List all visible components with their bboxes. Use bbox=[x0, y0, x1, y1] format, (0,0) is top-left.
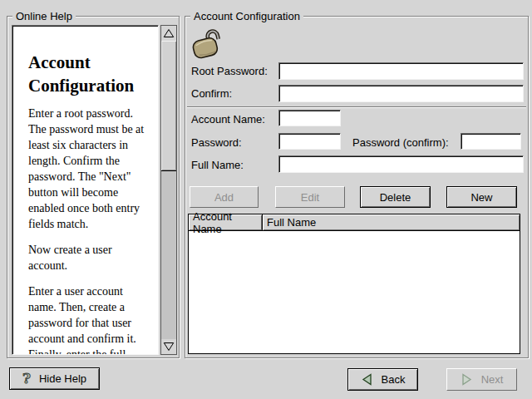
question-mark-icon: ? bbox=[22, 372, 31, 386]
back-label: Back bbox=[382, 373, 406, 386]
root-password-input[interactable] bbox=[278, 62, 524, 80]
separator bbox=[187, 106, 526, 108]
accounts-table-header: Account Name Full Name bbox=[189, 214, 520, 231]
column-header-full-name[interactable]: Full Name bbox=[263, 214, 520, 231]
account-configuration-frame-label: Account Configuration bbox=[190, 10, 303, 22]
delete-button[interactable]: Delete bbox=[360, 186, 431, 208]
password-confirm-label: Password (confirm): bbox=[352, 136, 449, 149]
account-name-input[interactable] bbox=[278, 110, 341, 126]
root-confirm-label: Confirm: bbox=[191, 87, 232, 100]
online-help-frame-label: Online Help bbox=[12, 10, 76, 22]
back-arrow-icon bbox=[361, 373, 373, 386]
hide-help-button[interactable]: ? Hide Help bbox=[9, 367, 100, 390]
new-button[interactable]: New bbox=[446, 186, 517, 208]
next-label: Next bbox=[481, 373, 504, 386]
root-confirm-input[interactable] bbox=[278, 85, 524, 102]
next-button[interactable]: Next bbox=[446, 368, 517, 391]
help-scrollbar[interactable] bbox=[160, 25, 177, 355]
account-name-label: Account Name: bbox=[191, 113, 265, 126]
add-button[interactable]: Add bbox=[190, 186, 259, 208]
accounts-table: Account Name Full Name bbox=[188, 214, 520, 354]
back-button[interactable]: Back bbox=[347, 368, 418, 391]
password-confirm-input[interactable] bbox=[461, 133, 521, 150]
hide-help-label: Hide Help bbox=[39, 372, 86, 385]
scrollbar-up-button[interactable] bbox=[161, 26, 176, 41]
next-arrow-icon bbox=[461, 373, 473, 386]
help-paragraph: Enter a user account name. Then, create … bbox=[28, 283, 152, 355]
padlock-icon bbox=[189, 27, 224, 60]
password-label: Password: bbox=[191, 136, 242, 149]
scroll-down-arrow-icon bbox=[163, 342, 175, 352]
root-password-label: Root Password: bbox=[191, 65, 268, 77]
scrollbar-thumb[interactable] bbox=[161, 41, 176, 171]
scroll-up-arrow-icon bbox=[163, 28, 175, 38]
accounts-table-body[interactable] bbox=[189, 231, 520, 353]
full-name-input[interactable] bbox=[278, 155, 524, 173]
full-name-label: Full Name: bbox=[191, 159, 244, 171]
account-configuration-panel: Account Configuration Root Password: Con… bbox=[185, 16, 529, 358]
help-paragraph: Now create a user account. bbox=[28, 242, 152, 273]
scrollbar-down-button[interactable] bbox=[161, 339, 176, 354]
help-heading: Account Configuration bbox=[28, 51, 152, 97]
installer-window: Online Help Account Configuration Enter … bbox=[0, 0, 532, 399]
edit-button[interactable]: Edit bbox=[275, 186, 345, 208]
help-text-area: Account Configuration Enter a root passw… bbox=[12, 25, 159, 355]
password-input[interactable] bbox=[278, 133, 341, 150]
help-paragraph: Enter a root password. The password must… bbox=[28, 106, 152, 232]
online-help-panel: Online Help Account Configuration Enter … bbox=[7, 16, 180, 358]
column-header-account-name[interactable]: Account Name bbox=[189, 214, 263, 231]
